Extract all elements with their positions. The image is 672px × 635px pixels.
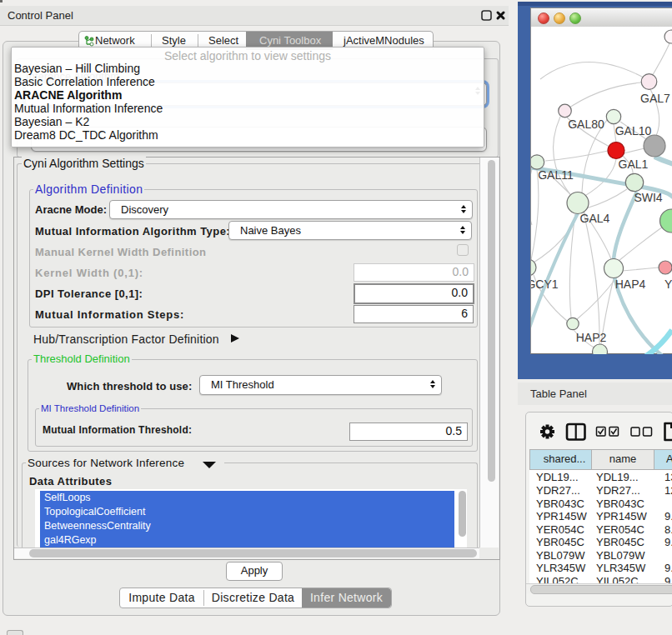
svg-text:GAL11: GAL11 [538, 168, 574, 182]
svg-text:GAL1: GAL1 [619, 158, 649, 171]
svg-text:HAP2: HAP2 [576, 331, 607, 344]
svg-text:GAL10: GAL10 [615, 124, 652, 138]
svg-text:GAL4: GAL4 [580, 212, 610, 225]
svg-text:GCY1: GCY1 [531, 278, 559, 291]
svg-text:GAL7: GAL7 [640, 92, 670, 105]
svg-text:SWI4: SWI4 [634, 191, 662, 204]
svg-text:YB: YB [664, 278, 672, 291]
svg-text:GAL80: GAL80 [568, 118, 604, 131]
svg-text:HAP4: HAP4 [615, 278, 646, 291]
